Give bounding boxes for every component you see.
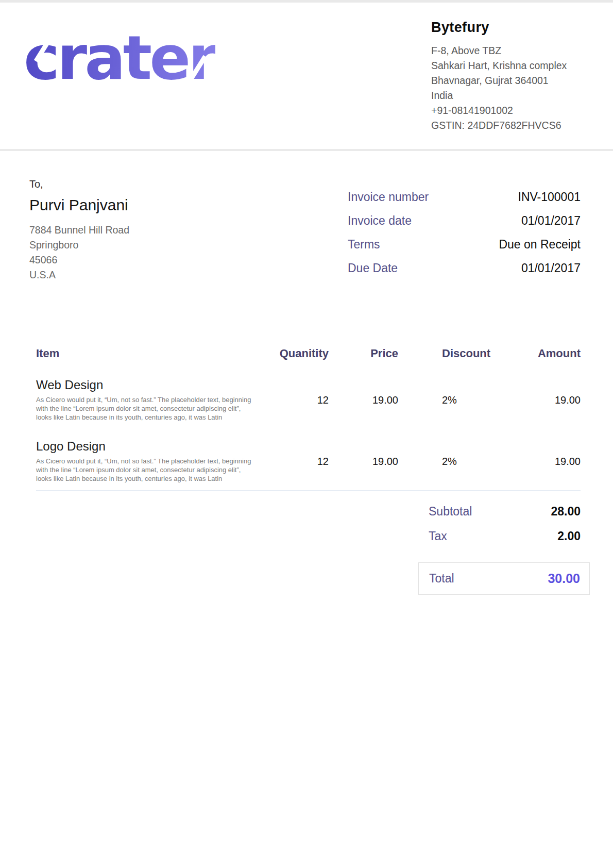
- company-name: Bytefury: [431, 20, 588, 36]
- item-description: As Cicero would put it, “Um, not so fast…: [36, 395, 252, 422]
- header-price: Price: [329, 347, 398, 360]
- invoice-date-value: 01/01/2017: [521, 214, 581, 228]
- crater-logo-text: crater: [24, 22, 215, 93]
- subtotal-value: 28.00: [551, 505, 581, 519]
- billing-and-meta-section: To, Purvi Panjvani 7884 Bunnel Hill Road…: [0, 151, 613, 285]
- invoice-document: { "colors": { "accent": "#5A4FE0", "labe…: [0, 0, 613, 868]
- item-cell: Web Design As Cicero would put it, “Um, …: [36, 378, 272, 422]
- item-amount: 19.00: [497, 439, 581, 483]
- terms-row: Terms Due on Receipt: [348, 238, 581, 252]
- company-address-line: F-8, Above TBZ: [431, 43, 588, 58]
- invoice-number-row: Invoice number INV-100001: [348, 190, 581, 204]
- total-value: 30.00: [548, 571, 580, 586]
- client-address-line: Springboro: [29, 238, 129, 253]
- company-address-line: Bhavnagar, Gujrat 364001: [431, 73, 588, 88]
- header-quantity: Quanitity: [272, 347, 329, 360]
- items-table: Item Quanitity Price Discount Amount Web…: [36, 347, 581, 491]
- item-discount: 2%: [398, 439, 497, 483]
- totals-section: Subtotal 28.00 Tax 2.00 Total 30.00: [418, 505, 590, 595]
- item-description: As Cicero would put it, “Um, not so fast…: [36, 457, 252, 483]
- item-price: 19.00: [329, 378, 398, 422]
- bill-to-block: To, Purvi Panjvani 7884 Bunnel Hill Road…: [29, 178, 129, 285]
- client-address-line: U.S.A: [29, 268, 129, 282]
- due-date-label: Due Date: [348, 261, 398, 275]
- tax-row: Tax 2.00: [418, 529, 590, 543]
- items-table-header: Item Quanitity Price Discount Amount: [36, 347, 581, 360]
- item-name: Logo Design: [36, 439, 272, 454]
- subtotal-label: Subtotal: [429, 505, 472, 519]
- terms-label: Terms: [348, 238, 380, 252]
- company-phone: +91-08141901002: [431, 103, 588, 118]
- client-name: Purvi Panjvani: [29, 196, 129, 214]
- item-quantity: 12: [272, 378, 329, 422]
- company-address-line: India: [431, 88, 588, 103]
- company-gstin: GSTIN: 24DDF7682FHVCS6: [431, 118, 588, 133]
- total-box: Total 30.00: [418, 562, 590, 595]
- header-amount: Amount: [497, 347, 581, 360]
- client-address-line: 7884 Bunnel Hill Road: [29, 223, 129, 238]
- table-row: Web Design As Cicero would put it, “Um, …: [36, 378, 581, 422]
- terms-value: Due on Receipt: [499, 238, 581, 252]
- bill-to-salutation: To,: [29, 178, 129, 190]
- client-address-line: 45066: [29, 253, 129, 268]
- item-quantity: 12: [272, 439, 329, 483]
- company-address-line: Sahkari Hart, Krishna complex: [431, 58, 588, 73]
- invoice-number-value: INV-100001: [518, 190, 581, 204]
- due-date-row: Due Date 01/01/2017: [348, 261, 581, 275]
- item-name: Web Design: [36, 378, 272, 392]
- item-price: 19.00: [329, 439, 398, 483]
- invoice-date-label: Invoice date: [348, 214, 412, 228]
- table-row: Logo Design As Cicero would put it, “Um,…: [36, 439, 581, 483]
- item-discount: 2%: [398, 378, 497, 422]
- total-label: Total: [429, 572, 454, 586]
- item-amount: 19.00: [497, 378, 581, 422]
- due-date-value: 01/01/2017: [521, 261, 581, 275]
- item-cell: Logo Design As Cicero would put it, “Um,…: [36, 439, 272, 483]
- header-discount: Discount: [398, 347, 497, 360]
- subtotal-row: Subtotal 28.00: [418, 505, 590, 519]
- invoice-date-row: Invoice date 01/01/2017: [348, 214, 581, 228]
- tax-label: Tax: [429, 529, 447, 543]
- header-item: Item: [36, 347, 272, 360]
- invoice-header: crater Bytefury F-8, Above TBZ Sahkari H…: [0, 3, 613, 151]
- crater-logo: crater: [24, 27, 215, 88]
- invoice-number-label: Invoice number: [348, 190, 429, 204]
- tax-value: 2.00: [557, 529, 581, 543]
- company-info-block: Bytefury F-8, Above TBZ Sahkari Hart, Kr…: [431, 20, 588, 133]
- invoice-meta-block: Invoice number INV-100001 Invoice date 0…: [348, 190, 581, 285]
